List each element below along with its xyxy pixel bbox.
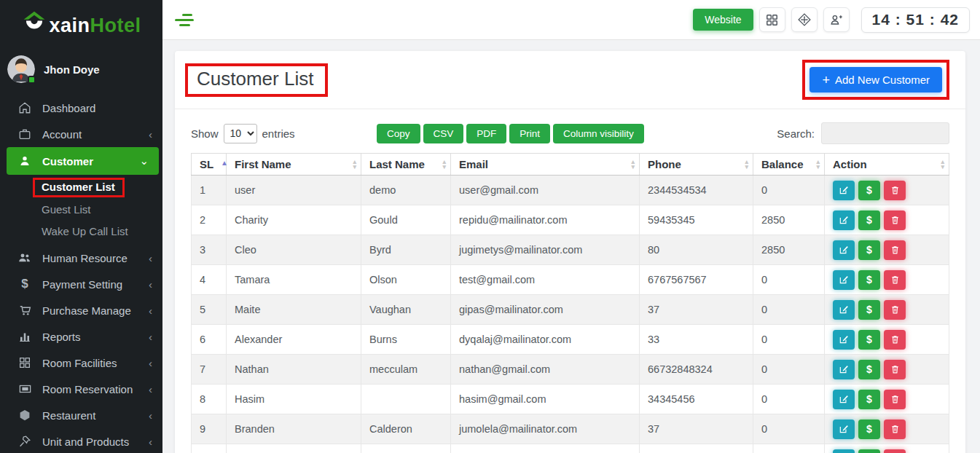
cell-balance: 0 [753,385,825,414]
apps-grid-icon[interactable] [759,7,785,32]
sidebar-item-human-resource[interactable]: Human Resource ‹ [0,245,162,271]
cell-sl: 9 [192,414,227,444]
edit-button[interactable] [833,330,855,350]
column-header-email[interactable]: Email▴▾ [451,154,640,176]
column-visibility-button[interactable]: Column visibility [553,124,644,143]
edit-button[interactable] [833,360,855,379]
cell-first-name: Branden [227,414,361,444]
payment-button[interactable]: $ [858,360,880,379]
edit-button[interactable] [833,270,855,290]
chevron-left-icon: ‹ [149,128,152,141]
edit-button[interactable] [833,449,855,453]
cell-first-name: Maite [227,295,361,325]
sidebar-subitem-wake-up-call-list[interactable]: Wake Up Call List [0,220,162,242]
menu-toggle-icon[interactable] [175,14,194,26]
column-header-action[interactable]: Action▴▾ [825,154,949,176]
copy-button[interactable]: Copy [377,124,420,143]
search-input[interactable] [821,122,949,144]
sidebar-item-label: Account [42,128,149,141]
payment-button[interactable]: $ [858,449,880,453]
sidebar-subitem-guest-list[interactable]: Guest List [0,198,162,220]
delete-button[interactable] [884,300,906,320]
edit-button[interactable] [833,210,855,230]
sidebar-item-reports[interactable]: Reports ‹ [0,323,162,350]
cell-action: $ [825,265,949,295]
cell-sl: 3 [192,235,227,265]
cell-first-name: Nathan [227,355,361,385]
column-header-sl[interactable]: SL▲ [192,154,227,176]
payment-button[interactable]: $ [858,210,880,230]
add-user-icon[interactable] [823,7,850,32]
sidebar-item-label: Unit and Products [42,436,149,448]
sidebar-item-payment-setting[interactable]: $ Payment Setting ‹ [0,271,162,297]
payment-button[interactable]: $ [858,300,880,320]
edit-button[interactable] [833,181,855,200]
cell-phone: 34345456 [640,385,753,414]
payment-button[interactable]: $ [858,390,880,409]
delete-button[interactable] [884,360,906,379]
cell-sl: 10 [192,444,227,453]
cell-balance: 0 [753,355,825,385]
page-length-control: Show 10 entries [191,124,295,143]
edit-button[interactable] [833,240,855,260]
column-header-last-name[interactable]: Last Name▴▾ [361,154,451,176]
sidebar-subitem-customer-list[interactable]: Customer List [0,176,162,198]
delete-button[interactable] [884,330,906,350]
navigate-target-icon[interactable] [791,7,818,32]
cell-last-name: Olson [361,265,451,295]
delete-button[interactable] [884,210,906,230]
cell-phone: 6767567567 [640,265,753,295]
delete-button[interactable] [884,419,906,439]
delete-button[interactable] [884,270,906,290]
payment-button[interactable]: $ [858,240,880,260]
sidebar-item-account[interactable]: Account ‹ [0,121,162,147]
page-size-select[interactable]: 10 [224,124,257,143]
payment-button[interactable]: $ [858,270,880,290]
cell-phone: 59435345 [640,205,753,235]
sidebar-item-dashboard[interactable]: Dashboard [0,95,162,121]
cell-phone: 01234567890 [640,444,753,453]
delete-button[interactable] [884,181,906,200]
card-header: Customer List + Add New Customer [175,51,965,109]
add-new-customer-button[interactable]: + Add New Customer [810,67,942,92]
user-profile[interactable]: Jhon Doye [0,47,162,93]
sidebar-item-unit-and-products[interactable]: Unit and Products ‹ [0,428,162,453]
cell-email: hasim@gmail.com [451,385,640,414]
sidebar-item-purchase-manage[interactable]: Purchase Manage ‹ [0,297,162,323]
brand-text: xainHotel [49,15,141,37]
edit-button[interactable] [833,419,855,439]
column-header-phone[interactable]: Phone▴▾ [640,154,753,176]
column-header-first-name[interactable]: First Name▴▾ [227,154,361,176]
payment-button[interactable]: $ [858,330,880,350]
cell-last-name: Burns [361,325,451,355]
payment-button[interactable]: $ [858,181,880,200]
delete-button[interactable] [884,449,906,453]
payment-button[interactable]: $ [858,419,880,439]
sidebar-item-room-facilities[interactable]: Room Facilities ‹ [0,350,162,376]
column-header-balance[interactable]: Balance▴▾ [753,154,825,176]
sidebar-item-room-reservation[interactable]: Room Reservation ‹ [0,376,162,402]
print-button[interactable]: Print [509,124,550,143]
chevron-left-icon: ‹ [149,436,152,448]
edit-button[interactable] [833,300,855,320]
chevron-left-icon: ‹ [149,383,152,395]
brand-logo[interactable]: xainHotel [0,0,162,47]
cell-phone: 37 [640,295,753,325]
export-buttons: Copy CSV PDF Print Column visibility [377,124,644,143]
edit-button[interactable] [833,390,855,409]
csv-button[interactable]: CSV [423,124,464,143]
sidebar-subitem-label: Guest List [42,203,91,216]
sidebar-item-restaurent[interactable]: Restaurent ‹ [0,402,162,428]
delete-button[interactable] [884,390,906,409]
table-row: 10 Jason Marz jason@example.com 01234567… [192,444,949,453]
sidebar-item-label: Human Resource [42,252,149,264]
sort-icon: ▴▾ [631,159,635,170]
sidebar-item-customer[interactable]: Customer ⌄ [7,147,159,175]
cell-email: dyqalaj@mailinator.com [451,325,640,355]
chevron-left-icon: ‹ [149,252,152,264]
delete-button[interactable] [884,240,906,260]
table-row: 5 Maite Vaughan gipas@mailinator.com 37 … [192,295,949,325]
pdf-button[interactable]: PDF [466,124,506,143]
website-button[interactable]: Website [693,9,753,31]
brand-suffix: Hotel [90,15,141,36]
